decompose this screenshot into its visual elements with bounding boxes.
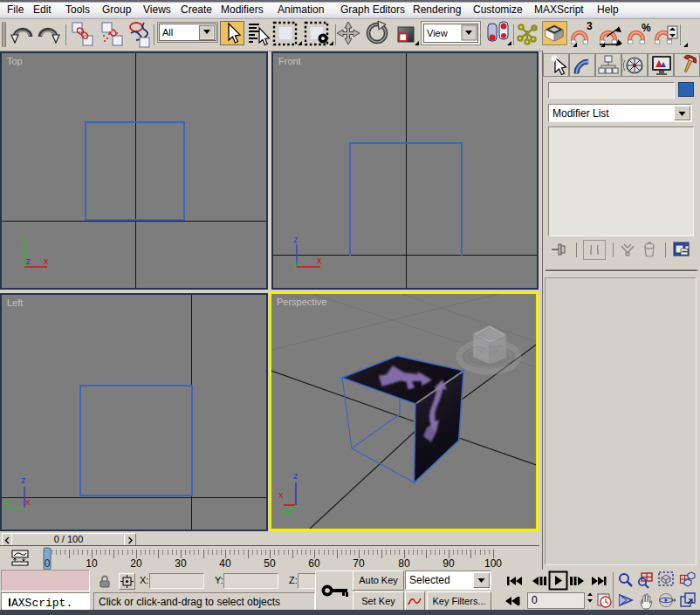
svg-text:x: x	[44, 256, 49, 266]
svg-text:30: 30	[175, 557, 187, 570]
svg-text:z: z	[26, 256, 31, 266]
svg-text:y: y	[281, 505, 286, 516]
svg-text:x: x	[317, 255, 322, 265]
svg-text:40: 40	[219, 557, 231, 570]
svg-text:0: 0	[532, 594, 538, 606]
svg-text:70: 70	[353, 557, 365, 570]
svg-text:3: 3	[587, 20, 593, 32]
svg-text:x: x	[25, 496, 31, 507]
svg-text:z: z	[21, 475, 26, 485]
svg-text:z: z	[293, 234, 299, 244]
svg-text:y: y	[22, 234, 27, 244]
svg-text:View: View	[427, 28, 448, 38]
svg-text:z: z	[293, 470, 299, 481]
svg-text:y: y	[4, 496, 10, 507]
svg-text:10: 10	[86, 557, 98, 570]
svg-text:100: 100	[484, 557, 502, 570]
svg-text:x: x	[278, 489, 284, 500]
svg-text:20: 20	[130, 557, 142, 570]
svg-text:80: 80	[398, 557, 410, 570]
svg-text:90: 90	[443, 557, 455, 570]
svg-text:%: %	[642, 22, 651, 34]
svg-text:0: 0	[45, 557, 51, 570]
svg-text:All: All	[162, 27, 173, 38]
svg-text:50: 50	[264, 557, 276, 570]
svg-text:60: 60	[308, 557, 320, 570]
